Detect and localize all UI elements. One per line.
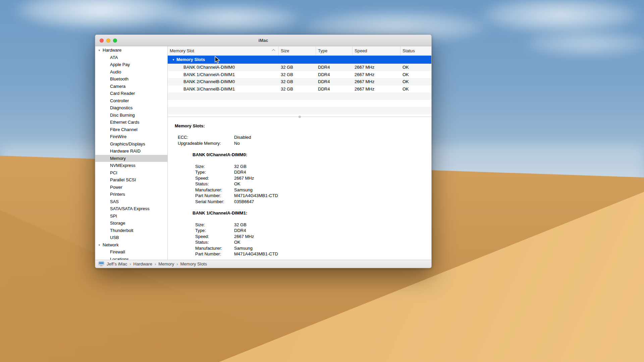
detail-field: Serial Number:035B6647 [175, 199, 431, 205]
field-label: Speed: [195, 234, 234, 240]
sidebar-item-apple-pay[interactable]: Apple Pay [95, 61, 167, 68]
sidebar-item-audio[interactable]: Audio [95, 68, 167, 76]
sidebar-section-hardware[interactable]: ▼Hardware [95, 47, 167, 54]
window-titlebar[interactable]: iMac [95, 35, 431, 46]
field-label: Type: [195, 169, 234, 175]
sidebar-item-graphics-displays[interactable]: Graphics/Displays [95, 140, 167, 148]
field-label: Status: [195, 181, 234, 187]
sidebar-item-firewire[interactable]: FireWire [95, 133, 167, 140]
bank-section-0: BANK 0/ChannelA-DIMM0: Size:32 GB Type:D… [175, 152, 431, 204]
detail-field: Part Number:M471A4G43MB1-CTD [175, 251, 431, 257]
table-row-bank3[interactable]: BANK 3/ChannelB-DIMM1 32 GB DDR4 2667 MH… [168, 85, 431, 93]
sidebar-item-ethernet-cards[interactable]: Ethernet Cards [95, 119, 167, 126]
table-row-bank2[interactable]: BANK 2/ChannelB-DIMM0 32 GB DDR4 2667 MH… [168, 78, 431, 85]
column-header-memory-slot[interactable]: Memory Slot [168, 46, 279, 55]
field-label: Size: [195, 222, 234, 228]
field-value: Disabled [234, 135, 251, 140]
cell-speed: 2667 MHz [353, 78, 400, 85]
field-value: OK [234, 240, 240, 245]
cell-type: DDR4 [316, 78, 353, 85]
field-label: Speed: [195, 175, 234, 181]
sidebar-item-storage[interactable]: Storage [95, 220, 167, 227]
field-value: No [234, 141, 240, 146]
sidebar-item-nvmexpress[interactable]: NVMExpress [95, 162, 167, 169]
field-label: Upgradeable Memory: [178, 140, 234, 146]
field-label: Status: [195, 239, 234, 245]
sidebar-item-disc-burning[interactable]: Disc Burning [95, 112, 167, 119]
cell-type: DDR4 [316, 64, 353, 71]
field-value: 035B6647 [234, 199, 254, 204]
field-value: 2667 MHz [234, 234, 254, 239]
detail-field: Type:DDR4 [175, 169, 431, 175]
cell-speed: 2667 MHz [353, 64, 400, 71]
table-row-memory-slots-group[interactable]: ▼Memory Slots [168, 56, 431, 64]
sidebar-item-card-reader[interactable]: Card Reader [95, 90, 167, 97]
sort-ascending-icon [272, 49, 275, 53]
cell-status: OK [400, 78, 431, 85]
sidebar-item-pci[interactable]: PCI [95, 169, 167, 177]
table-row-bank0[interactable]: BANK 0/ChannelA-DIMM0 32 GB DDR4 2667 MH… [168, 64, 431, 71]
sidebar-item-controller[interactable]: Controller [95, 97, 167, 105]
cloud [161, 3, 302, 34]
sidebar-item-firewall[interactable]: Firewall [95, 248, 167, 256]
detail-field: Speed:2667 MHz [175, 175, 431, 181]
main-pane: Memory Slot Size Type Speed Status ▼Memo… [168, 46, 431, 260]
sidebar-item-hardware-raid[interactable]: Hardware RAID [95, 147, 167, 155]
splitter-handle-icon[interactable] [299, 116, 301, 118]
sidebar-item-ata[interactable]: ATA [95, 54, 167, 61]
sidebar-item-fibre-channel[interactable]: Fibre Channel [95, 126, 167, 133]
field-value: Samsung [234, 187, 253, 192]
table-row-bank1[interactable]: BANK 1/ChannelA-DIMM1 32 GB DDR4 2667 MH… [168, 71, 431, 78]
sidebar-item-diagnostics[interactable]: Diagnostics [95, 104, 167, 112]
pane-splitter[interactable] [168, 117, 431, 117]
disclosure-triangle-icon[interactable]: ▼ [98, 242, 103, 249]
bank-heading: BANK 1/ChannelA-DIMM1: [193, 210, 431, 216]
sidebar-item-camera[interactable]: Camera [95, 83, 167, 90]
disclosure-triangle-icon[interactable]: ▼ [172, 56, 176, 64]
detail-field: Part Number:M471A4G43MB1-CTD [175, 193, 431, 199]
system-information-window: iMac ▼Hardware ATA Apple Pay Audio Bluet… [95, 35, 432, 268]
sidebar-item-printers[interactable]: Printers [95, 191, 167, 198]
disclosure-triangle-icon[interactable]: ▼ [98, 47, 103, 54]
details-pane: Memory Slots: ECC:Disabled Upgradeable M… [168, 117, 431, 260]
column-header-size[interactable]: Size [279, 46, 316, 55]
cell-speed: 2667 MHz [353, 85, 400, 93]
sidebar-item-locations[interactable]: Locations [95, 256, 167, 260]
cell-status: OK [400, 64, 431, 71]
field-value: 32 GB [234, 222, 247, 227]
field-label: Type: [195, 228, 234, 234]
cell-size: 32 GB [279, 85, 316, 93]
sidebar-item-usb[interactable]: USB [95, 234, 167, 241]
bank-section-1: BANK 1/ChannelA-DIMM1: Size:32 GB Type:D… [175, 210, 431, 257]
sidebar-item-sata-sata-express[interactable]: SATA/SATA Express [95, 205, 167, 213]
path-item-memory-slots: Memory Slots [180, 261, 207, 266]
sidebar-item-parallel-scsi[interactable]: Parallel SCSI [95, 176, 167, 184]
column-header-speed[interactable]: Speed [353, 46, 400, 55]
column-header-type[interactable]: Type [316, 46, 353, 55]
cell-slot: BANK 1/ChannelA-DIMM1 [168, 71, 279, 78]
field-label: Part Number: [195, 251, 234, 257]
cloud [523, 30, 644, 57]
group-row-label: Memory Slots [176, 57, 205, 62]
column-header-status[interactable]: Status [400, 46, 431, 55]
sidebar-item-power[interactable]: Power [95, 184, 167, 191]
sidebar-item-spi[interactable]: SPI [95, 213, 167, 220]
mouse-cursor [214, 56, 221, 64]
detail-field: Type:DDR4 [175, 228, 431, 234]
field-value: OK [234, 181, 240, 186]
column-label: Size [281, 48, 289, 53]
sidebar-item-bluetooth[interactable]: Bluetooth [95, 75, 167, 83]
memory-slot-list: ▼Memory Slots BANK 0/ChannelA-DIMM0 32 G… [168, 56, 431, 117]
detail-field: ECC:Disabled [175, 134, 431, 140]
detail-field: Speed:2667 MHz [175, 234, 431, 240]
sidebar-section-network[interactable]: ▼Network [95, 241, 167, 249]
sidebar-item-sas[interactable]: SAS [95, 198, 167, 205]
sidebar-item-thunderbolt[interactable]: Thunderbolt [95, 227, 167, 234]
sidebar-item-memory[interactable]: Memory [95, 155, 167, 162]
desktop[interactable]: iMac ▼Hardware ATA Apple Pay Audio Bluet… [0, 0, 644, 362]
empty-row [168, 107, 431, 114]
cloud [480, 0, 641, 34]
detail-field: Status:OK [175, 239, 431, 245]
field-label: Size: [195, 164, 234, 170]
cell-slot: BANK 3/ChannelB-DIMM1 [168, 85, 279, 93]
